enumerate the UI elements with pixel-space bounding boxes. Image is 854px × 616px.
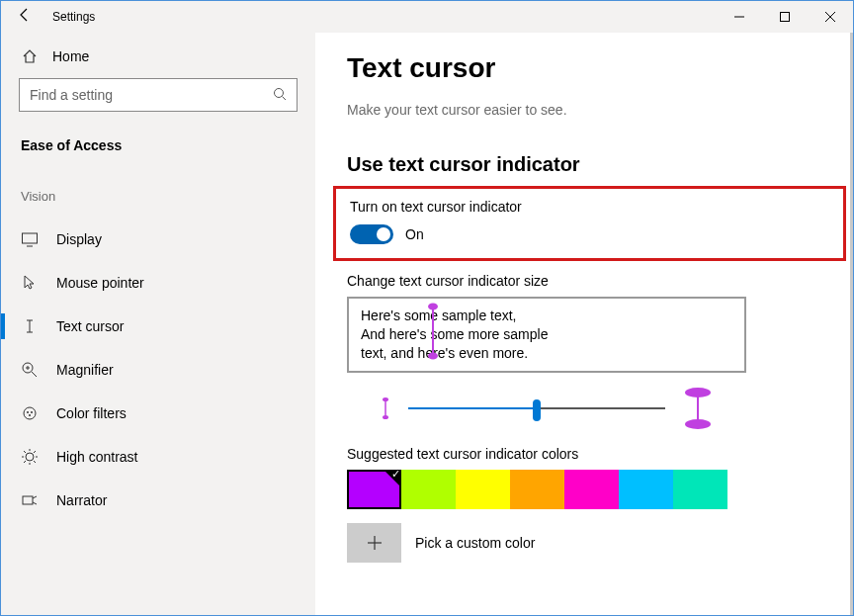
color-swatch-teal[interactable] bbox=[673, 470, 727, 509]
colors-label: Suggested text cursor indicator colors bbox=[347, 446, 850, 462]
sidebar-item-mouse-pointer[interactable]: Mouse pointer bbox=[1, 261, 315, 305]
sidebar-item-text-cursor[interactable]: Text cursor bbox=[1, 305, 315, 348]
svg-line-5 bbox=[283, 96, 287, 100]
high-contrast-icon bbox=[21, 448, 39, 466]
sidebar-item-magnifier[interactable]: Magnifier bbox=[1, 348, 315, 392]
close-button[interactable] bbox=[808, 1, 853, 33]
svg-point-19 bbox=[26, 453, 34, 461]
svg-point-16 bbox=[27, 411, 29, 413]
svg-point-18 bbox=[29, 414, 31, 416]
svg-rect-6 bbox=[23, 233, 38, 243]
svg-line-27 bbox=[34, 451, 36, 453]
text-cursor-icon bbox=[21, 317, 39, 335]
pick-custom-color-button[interactable] bbox=[347, 523, 401, 563]
color-swatch-gold[interactable] bbox=[510, 470, 564, 509]
cursor-indicator-toggle[interactable] bbox=[350, 224, 393, 244]
cursor-indicator-preview bbox=[426, 303, 438, 360]
size-label: Change text cursor indicator size bbox=[347, 273, 850, 289]
sidebar-item-label: Mouse pointer bbox=[56, 275, 144, 291]
page-title: Text cursor bbox=[347, 52, 850, 84]
check-icon: ✓ bbox=[391, 468, 400, 481]
sidebar-item-narrator[interactable]: Narrator bbox=[1, 479, 315, 522]
slider-thumb[interactable] bbox=[533, 399, 541, 421]
sidebar-item-color-filters[interactable]: Color filters bbox=[1, 392, 315, 435]
sidebar-item-label: Color filters bbox=[56, 405, 127, 421]
sidebar-item-label: Magnifier bbox=[56, 362, 114, 378]
color-filters-icon bbox=[21, 404, 39, 422]
page-subtitle: Make your text cursor easier to see. bbox=[347, 102, 850, 118]
display-icon bbox=[21, 230, 39, 248]
sidebar: Home Ease of Access Vision Display bbox=[1, 33, 315, 615]
sample-line: And here's some more sample bbox=[361, 325, 732, 344]
sidebar-item-label: Narrator bbox=[56, 492, 107, 508]
back-button[interactable] bbox=[1, 7, 48, 27]
toggle-state: On bbox=[405, 226, 424, 242]
minimize-button[interactable] bbox=[717, 1, 762, 33]
sample-line: Here's some sample text, bbox=[361, 307, 732, 325]
titlebar: Settings bbox=[1, 1, 853, 33]
svg-line-12 bbox=[32, 372, 37, 377]
color-swatch-pink[interactable] bbox=[564, 470, 619, 509]
content-pane: Text cursor Make your text cursor easier… bbox=[315, 33, 853, 615]
svg-line-26 bbox=[24, 461, 26, 463]
narrator-icon bbox=[21, 491, 39, 509]
sidebar-item-label: Text cursor bbox=[56, 318, 124, 334]
search-field[interactable] bbox=[30, 87, 273, 103]
section-heading: Use text cursor indicator bbox=[347, 153, 850, 176]
svg-point-31 bbox=[428, 353, 438, 360]
sample-text-preview: Here's some sample text, And here's some… bbox=[347, 297, 746, 373]
svg-point-4 bbox=[275, 88, 284, 97]
color-swatch-skyblue[interactable] bbox=[619, 470, 673, 509]
home-nav[interactable]: Home bbox=[1, 33, 315, 78]
color-swatch-row: ✓ bbox=[347, 470, 850, 509]
svg-rect-28 bbox=[23, 496, 33, 504]
home-label: Home bbox=[52, 48, 89, 64]
sidebar-item-display[interactable]: Display bbox=[1, 218, 315, 261]
svg-line-25 bbox=[34, 461, 36, 463]
svg-point-37 bbox=[685, 419, 711, 429]
toggle-label: Turn on text cursor indicator bbox=[350, 199, 829, 215]
sidebar-item-high-contrast[interactable]: High contrast bbox=[1, 435, 315, 479]
size-slider-row bbox=[347, 387, 746, 430]
svg-point-15 bbox=[24, 407, 36, 419]
svg-line-24 bbox=[24, 451, 26, 453]
search-icon bbox=[273, 87, 287, 104]
sidebar-item-label: High contrast bbox=[56, 449, 137, 465]
color-swatch-lime[interactable] bbox=[401, 470, 456, 509]
window-title: Settings bbox=[48, 10, 717, 24]
svg-rect-1 bbox=[781, 13, 790, 22]
size-slider[interactable] bbox=[408, 407, 665, 409]
search-input[interactable] bbox=[19, 78, 298, 112]
svg-point-17 bbox=[31, 411, 33, 413]
slider-max-icon bbox=[683, 387, 713, 430]
magnifier-icon bbox=[21, 361, 39, 379]
color-swatch-purple[interactable]: ✓ bbox=[347, 470, 401, 509]
custom-color-label: Pick a custom color bbox=[415, 535, 535, 551]
group-header: Vision bbox=[1, 159, 315, 210]
svg-point-34 bbox=[383, 415, 388, 419]
section-header: Ease of Access bbox=[1, 112, 315, 159]
maximize-button[interactable] bbox=[762, 1, 808, 33]
mouse-pointer-icon bbox=[21, 274, 39, 292]
sidebar-item-label: Display bbox=[56, 231, 102, 247]
color-swatch-yellow[interactable] bbox=[456, 470, 510, 509]
highlight-annotation: Turn on text cursor indicator On bbox=[333, 186, 846, 261]
plus-icon bbox=[367, 535, 383, 551]
home-icon bbox=[21, 48, 39, 64]
slider-min-icon bbox=[381, 396, 390, 420]
sample-line: text, and here's even more. bbox=[361, 344, 732, 363]
